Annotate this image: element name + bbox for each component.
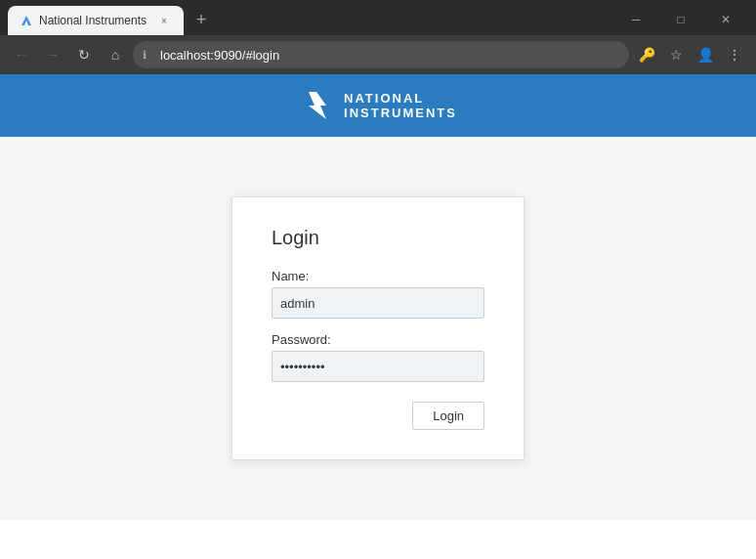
brand-line2: INSTRUMENTS (344, 106, 457, 120)
profile-icon[interactable]: 👤 (692, 41, 719, 68)
back-button[interactable]: ← (8, 41, 35, 68)
tab-title: National Instruments (39, 14, 150, 27)
ni-header: NATIONAL INSTRUMENTS (0, 74, 756, 137)
address-input[interactable] (133, 41, 629, 68)
tab-close-button[interactable]: × (156, 13, 172, 28)
login-title: Login (272, 227, 484, 249)
name-label: Name: (272, 269, 484, 283)
page-content: NATIONAL INSTRUMENTS Login Name: Passwor… (0, 74, 756, 520)
ni-logo-bird (299, 88, 334, 123)
password-input[interactable] (272, 351, 484, 382)
home-button[interactable]: ⌂ (102, 41, 129, 68)
address-bar-container: ℹ (133, 41, 629, 68)
name-form-group: Name: (272, 269, 484, 319)
info-icon: ℹ (143, 49, 147, 62)
brand-line1: NATIONAL (344, 91, 424, 106)
bookmark-icon[interactable]: ☆ (662, 41, 690, 68)
toolbar-right: 🔑 ☆ 👤 ⋮ (633, 41, 748, 68)
key-icon[interactable]: 🔑 (633, 41, 660, 68)
menu-icon[interactable]: ⋮ (721, 41, 748, 68)
login-area: Login Name: Password: Login (0, 137, 756, 520)
password-label: Password: (272, 332, 484, 347)
svg-marker-2 (309, 92, 326, 119)
password-form-group: Password: (272, 332, 484, 382)
form-actions: Login (272, 402, 484, 430)
login-card: Login Name: Password: Login (231, 196, 525, 460)
ni-logo-text: NATIONAL INSTRUMENTS (344, 91, 457, 120)
active-tab[interactable]: National Instruments × (8, 6, 184, 35)
tab-bar: National Instruments × + ─ □ ✕ (0, 0, 756, 35)
close-button[interactable]: ✕ (703, 6, 748, 33)
forward-button[interactable]: → (39, 41, 66, 68)
minimize-button[interactable]: ─ (613, 6, 658, 33)
browser-window: National Instruments × + ─ □ ✕ ← → ↻ ⌂ ℹ… (0, 0, 756, 74)
maximize-button[interactable]: □ (658, 6, 703, 33)
login-button[interactable]: Login (412, 402, 484, 430)
name-input[interactable] (272, 287, 484, 319)
reload-button[interactable]: ↻ (70, 41, 98, 68)
new-tab-button[interactable]: + (188, 6, 215, 33)
tab-favicon (20, 14, 33, 27)
address-bar-row: ← → ↻ ⌂ ℹ 🔑 ☆ 👤 ⋮ (0, 35, 756, 74)
window-controls: ─ □ ✕ (613, 6, 748, 33)
